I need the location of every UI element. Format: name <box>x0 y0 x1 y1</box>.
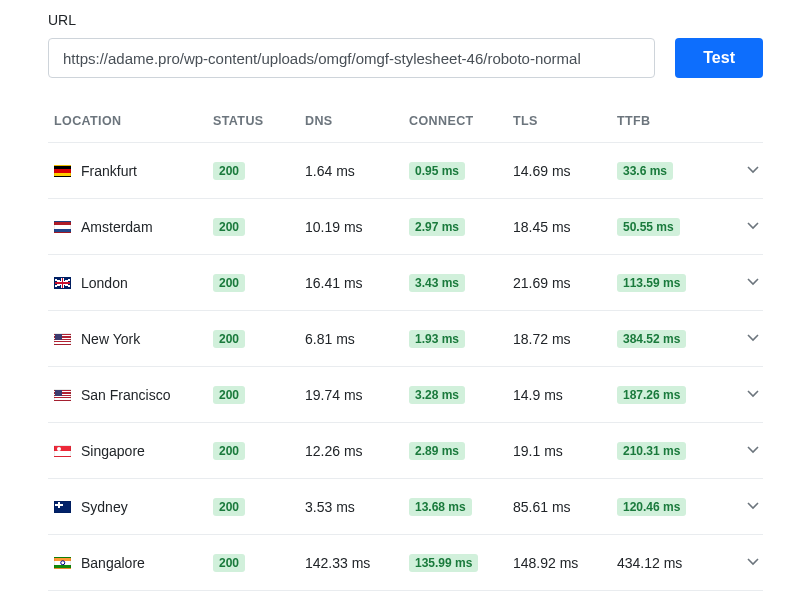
status-cell: 200 <box>213 554 301 572</box>
location-name: Bangalore <box>81 555 145 571</box>
tls-cell: 18.72 ms <box>513 331 613 347</box>
dns-cell: 6.81 ms <box>305 331 405 347</box>
connect-cell: 1.93 ms <box>409 330 509 348</box>
flag-icon <box>54 277 71 289</box>
tls-cell: 14.9 ms <box>513 387 613 403</box>
dns-cell: 3.53 ms <box>305 499 405 515</box>
ttfb-value: 120.46 ms <box>617 498 686 516</box>
ttfb-cell: 434.12 ms <box>617 555 717 571</box>
col-location: LOCATION <box>54 114 209 128</box>
connect-value: 0.95 ms <box>409 162 465 180</box>
flag-icon <box>54 221 71 233</box>
status-badge: 200 <box>213 554 245 572</box>
status-badge: 200 <box>213 330 245 348</box>
table-row: San Francisco20019.74 ms3.28 ms14.9 ms18… <box>48 367 763 423</box>
status-badge: 200 <box>213 274 245 292</box>
table-row: Frankfurt2001.64 ms0.95 ms14.69 ms33.6 m… <box>48 143 763 199</box>
col-connect: CONNECT <box>409 114 509 128</box>
flag-icon <box>54 445 71 457</box>
connect-cell: 135.99 ms <box>409 554 509 572</box>
status-badge: 200 <box>213 386 245 404</box>
status-cell: 200 <box>213 498 301 516</box>
chevron-down-icon[interactable] <box>745 217 761 236</box>
chevron-down-icon[interactable] <box>745 385 761 404</box>
ttfb-value: 50.55 ms <box>617 218 680 236</box>
chevron-down-icon[interactable] <box>745 161 761 180</box>
dns-cell: 142.33 ms <box>305 555 405 571</box>
flag-icon <box>54 389 71 401</box>
connect-value: 13.68 ms <box>409 498 472 516</box>
status-cell: 200 <box>213 162 301 180</box>
status-badge: 200 <box>213 162 245 180</box>
location-name: Frankfurt <box>81 163 137 179</box>
dns-cell: 19.74 ms <box>305 387 405 403</box>
status-cell: 200 <box>213 386 301 404</box>
connect-cell: 3.28 ms <box>409 386 509 404</box>
ttfb-cell: 120.46 ms <box>617 498 717 516</box>
table-row: London20016.41 ms3.43 ms21.69 ms113.59 m… <box>48 255 763 311</box>
ttfb-value: 434.12 ms <box>617 555 682 571</box>
location-cell: London <box>54 275 209 291</box>
location-name: Sydney <box>81 499 128 515</box>
col-dns: DNS <box>305 114 405 128</box>
connect-cell: 2.89 ms <box>409 442 509 460</box>
chevron-down-icon[interactable] <box>745 497 761 516</box>
location-cell: New York <box>54 331 209 347</box>
dns-cell: 10.19 ms <box>305 219 405 235</box>
tls-cell: 14.69 ms <box>513 163 613 179</box>
table-row: Sydney2003.53 ms13.68 ms85.61 ms120.46 m… <box>48 479 763 535</box>
table-header: LOCATION STATUS DNS CONNECT TLS TTFB <box>48 102 763 143</box>
ttfb-cell: 113.59 ms <box>617 274 717 292</box>
location-cell: Singapore <box>54 443 209 459</box>
table-row: Amsterdam20010.19 ms2.97 ms18.45 ms50.55… <box>48 199 763 255</box>
table-row: New York2006.81 ms1.93 ms18.72 ms384.52 … <box>48 311 763 367</box>
col-status: STATUS <box>213 114 301 128</box>
connect-cell: 0.95 ms <box>409 162 509 180</box>
url-input[interactable] <box>48 38 655 78</box>
col-ttfb: TTFB <box>617 114 717 128</box>
status-cell: 200 <box>213 330 301 348</box>
ttfb-value: 384.52 ms <box>617 330 686 348</box>
connect-value: 135.99 ms <box>409 554 478 572</box>
chevron-down-icon[interactable] <box>745 273 761 292</box>
flag-icon <box>54 333 71 345</box>
status-cell: 200 <box>213 218 301 236</box>
url-row: Test <box>48 38 763 78</box>
flag-icon <box>54 165 71 177</box>
test-button[interactable]: Test <box>675 38 763 78</box>
location-cell: Frankfurt <box>54 163 209 179</box>
chevron-down-icon[interactable] <box>745 329 761 348</box>
flag-icon <box>54 501 71 513</box>
ttfb-value: 113.59 ms <box>617 274 686 292</box>
tls-cell: 18.45 ms <box>513 219 613 235</box>
results-table: LOCATION STATUS DNS CONNECT TLS TTFB Fra… <box>48 102 763 591</box>
ttfb-cell: 33.6 ms <box>617 162 717 180</box>
chevron-down-icon[interactable] <box>745 553 761 572</box>
location-cell: Sydney <box>54 499 209 515</box>
connect-cell: 3.43 ms <box>409 274 509 292</box>
ttfb-value: 210.31 ms <box>617 442 686 460</box>
status-badge: 200 <box>213 442 245 460</box>
ttfb-value: 33.6 ms <box>617 162 673 180</box>
location-cell: San Francisco <box>54 387 209 403</box>
flag-icon <box>54 557 71 569</box>
col-tls: TLS <box>513 114 613 128</box>
dns-cell: 1.64 ms <box>305 163 405 179</box>
location-name: San Francisco <box>81 387 170 403</box>
location-name: London <box>81 275 128 291</box>
connect-value: 1.93 ms <box>409 330 465 348</box>
ttfb-cell: 187.26 ms <box>617 386 717 404</box>
location-cell: Bangalore <box>54 555 209 571</box>
chevron-down-icon[interactable] <box>745 441 761 460</box>
ttfb-cell: 384.52 ms <box>617 330 717 348</box>
location-name: New York <box>81 331 140 347</box>
dns-cell: 16.41 ms <box>305 275 405 291</box>
status-badge: 200 <box>213 498 245 516</box>
status-badge: 200 <box>213 218 245 236</box>
tls-cell: 148.92 ms <box>513 555 613 571</box>
ttfb-value: 187.26 ms <box>617 386 686 404</box>
url-label: URL <box>48 12 763 28</box>
connect-value: 3.43 ms <box>409 274 465 292</box>
location-name: Amsterdam <box>81 219 153 235</box>
connect-value: 2.89 ms <box>409 442 465 460</box>
